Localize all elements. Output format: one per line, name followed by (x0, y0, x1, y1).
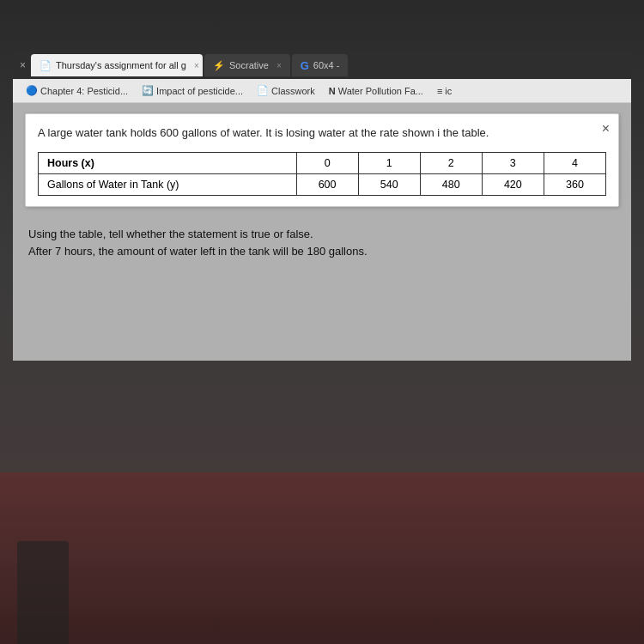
statement-line2: After 7 hours, the amount of water left … (28, 243, 616, 261)
tab-label-socrative: Socrative (229, 60, 269, 70)
statement-area: Using the table, tell whether the statem… (25, 217, 619, 262)
bookmark-label-ic: ic (445, 86, 452, 96)
bookmark-classwork[interactable]: 📄 Classwork (251, 82, 321, 99)
tab-icon-thursday: 📄 (39, 60, 52, 71)
table-cell-hours-1: 1 (358, 152, 420, 173)
tab-google[interactable]: G 60x4 - (292, 54, 349, 76)
table-cell-hours-2: 2 (420, 152, 482, 173)
table-cell-hours-4: 4 (544, 152, 605, 173)
bookmark-icon-impact: 🔄 (142, 85, 154, 96)
tab-close-socrative[interactable]: × (276, 61, 282, 70)
question-card: × A large water tank holds 600 gallons o… (25, 113, 619, 207)
bookmark-label-water-pollution: Water Pollution Fa... (338, 86, 423, 96)
bookmark-label-classwork: Classwork (271, 86, 315, 96)
bookmark-label-chapter4: Chapter 4: Pesticid... (40, 86, 128, 96)
bottom-figure (17, 541, 69, 644)
table-cell-gallons-2: 480 (420, 173, 482, 195)
tab-icon-google: G (301, 59, 309, 72)
tab-label-thursday: Thursday's assignment for all g (56, 60, 186, 70)
table-cell-hours-3: 3 (482, 152, 544, 173)
table-cell-gallons-4: 360 (544, 173, 605, 195)
tab-socrative[interactable]: ⚡ Socrative × (204, 54, 290, 76)
bookmark-icon-chapter4: 🔵 (26, 85, 38, 96)
bottom-overlay (0, 472, 644, 644)
tab-label-google: 60x4 - (313, 60, 340, 70)
table-cell-gallons-3: 420 (482, 173, 544, 195)
table-cell-gallons-1: 540 (358, 173, 420, 195)
bookmark-icon-classwork: 📄 (257, 85, 269, 96)
tab-close-thursday[interactable]: × (194, 61, 199, 70)
water-table: Hours (x) 0 1 2 3 4 Gallons of Water in … (38, 152, 606, 196)
bookmark-impact[interactable]: 🔄 Impact of pesticide... (136, 82, 249, 99)
tab-thursday[interactable]: 📄 Thursday's assignment for all g × (31, 54, 203, 76)
bookmark-chapter4[interactable]: 🔵 Chapter 4: Pesticid... (20, 82, 134, 99)
page-content: × A large water tank holds 600 gallons o… (13, 103, 631, 361)
browser-window: × 📄 Thursday's assignment for all g × ⚡ … (13, 52, 631, 361)
bookmark-icon-ic: ≡ (437, 86, 442, 96)
table-cell-gallons-0: 600 (296, 173, 358, 195)
table-header-gallons: Gallons of Water in Tank (y) (39, 173, 297, 195)
tab-icon-socrative: ⚡ (213, 60, 225, 71)
card-description: A large water tank holds 600 gallons of … (38, 125, 606, 142)
table-header-hours: Hours (x) (39, 152, 297, 173)
statement-line1: Using the table, tell whether the statem… (28, 226, 616, 244)
card-close-button[interactable]: × (602, 121, 610, 137)
bookmark-water-pollution[interactable]: N Water Pollution Fa... (323, 83, 429, 99)
bookmarks-bar: 🔵 Chapter 4: Pesticid... 🔄 Impact of pes… (13, 79, 631, 103)
window-close[interactable]: × (16, 59, 29, 71)
bookmark-ic[interactable]: ≡ ic (431, 83, 458, 99)
table-cell-hours-0: 0 (296, 152, 358, 173)
tab-bar: × 📄 Thursday's assignment for all g × ⚡ … (13, 52, 631, 79)
bookmark-label-impact: Impact of pesticide... (156, 86, 243, 96)
bookmark-icon-notion: N (329, 86, 336, 96)
